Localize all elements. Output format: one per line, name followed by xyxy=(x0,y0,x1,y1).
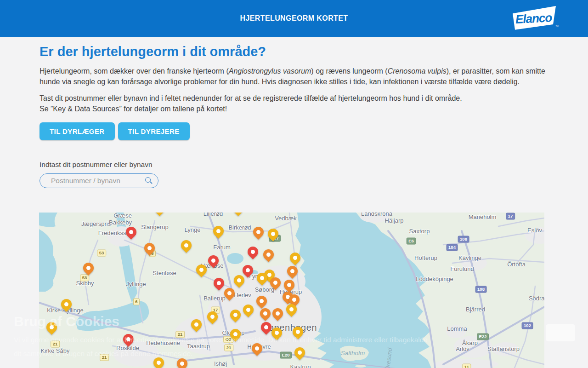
intro-section: Er der hjertelungeorm i dit område? Hjer… xyxy=(40,44,546,188)
search-label: Indtast dit postnummer eller bynavn xyxy=(40,161,546,169)
key-data-sources-note: Se ”Key & Data Sources” for detaljer om … xyxy=(40,104,546,115)
instruction-paragraph: Tast dit postnummer eller bynavn ind i f… xyxy=(40,93,546,104)
search-box xyxy=(40,173,158,188)
species-name-latin: Angiostrongylus vasorum xyxy=(229,67,311,75)
page: HJERTELUNGEORM KORTET Elanco ™ Er der hj… xyxy=(0,0,588,368)
til-dyrlaeger-button[interactable]: TIL DYRLÆGER xyxy=(40,122,115,140)
search-input[interactable] xyxy=(40,174,158,188)
map-base xyxy=(39,213,544,368)
app-header: HJERTELUNGEORM KORTET Elanco ™ xyxy=(0,0,588,37)
page-heading: Er der hjertelungeorm i dit område? xyxy=(40,44,546,59)
species-name-latin: Crenosoma vulpis xyxy=(388,67,447,75)
cookie-accept-button[interactable] xyxy=(546,324,575,341)
page-title: HJERTELUNGEORM KORTET xyxy=(0,0,588,37)
trademark-symbol: ™ xyxy=(555,25,559,28)
search-icon[interactable] xyxy=(145,177,152,184)
elanco-logo-text: Elanco xyxy=(515,10,553,26)
til-dyrejere-button[interactable]: TIL DYREJERE xyxy=(118,122,190,140)
elanco-logo: Elanco ™ xyxy=(511,6,557,31)
intro-text: Hjertelungeorm, som dækker over den fran… xyxy=(40,67,229,75)
map[interactable]: JægersprisGræseBakkebySlangerupFrederiks… xyxy=(39,213,544,368)
elanco-logo-shape: Elanco xyxy=(511,6,557,31)
intro-text: ) og rævens lungeorm ( xyxy=(311,67,387,75)
cta-button-row: TIL DYRLÆGER TIL DYREJERE xyxy=(40,122,546,140)
intro-paragraph: Hjertelungeorm, som dækker over den fran… xyxy=(40,66,546,87)
